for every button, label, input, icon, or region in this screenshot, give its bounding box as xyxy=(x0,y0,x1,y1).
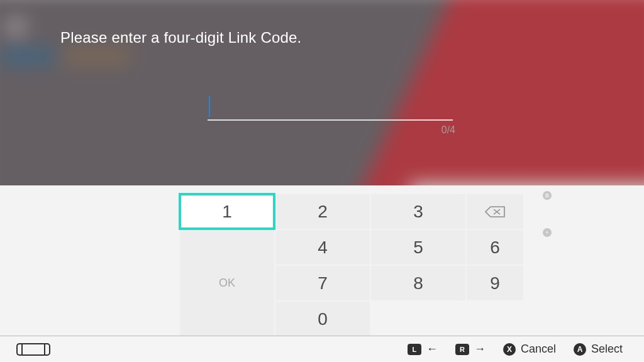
key-9[interactable]: 9 xyxy=(467,266,523,300)
key-backspace[interactable] xyxy=(467,194,523,229)
backspace-icon xyxy=(484,206,506,218)
key-7[interactable]: 7 xyxy=(275,266,370,300)
plus-hint-badge: + xyxy=(543,228,552,237)
footer-select-group[interactable]: A Select xyxy=(574,343,623,356)
key-8[interactable]: 8 xyxy=(371,266,465,300)
footer-r-group: R → xyxy=(455,343,486,356)
l-badge: L xyxy=(408,344,421,355)
b-hint-badge: B xyxy=(543,191,552,200)
key-4[interactable]: 4 xyxy=(275,230,370,265)
r-badge: R xyxy=(455,344,469,355)
key-0[interactable]: 0 xyxy=(275,302,370,336)
char-counter: 0/4 xyxy=(441,124,455,136)
x-badge: X xyxy=(503,343,516,356)
key-1[interactable]: 1 xyxy=(180,194,274,229)
input-underline xyxy=(208,119,453,121)
numeric-keypad: 1 2 3 4 5 6 OK 7 8 9 0 B + xyxy=(0,185,644,336)
key-5[interactable]: 5 xyxy=(371,230,465,265)
left-arrow-icon: ← xyxy=(426,343,438,356)
key-3[interactable]: 3 xyxy=(371,194,465,229)
key-ok[interactable]: OK xyxy=(180,230,274,336)
link-code-input[interactable]: 0/4 xyxy=(208,96,453,121)
select-label: Select xyxy=(591,343,623,356)
footer-bar: L ← R → X Cancel A Select xyxy=(0,336,644,362)
controller-icon xyxy=(21,343,45,356)
footer-l-group: L ← xyxy=(408,343,438,356)
caret xyxy=(209,96,210,117)
cancel-label: Cancel xyxy=(521,343,556,356)
footer-cancel-group[interactable]: X Cancel xyxy=(503,343,556,356)
a-badge: A xyxy=(574,343,586,356)
prompt-text: Please enter a four-digit Link Code. xyxy=(60,29,301,47)
key-6[interactable]: 6 xyxy=(467,230,523,265)
key-2[interactable]: 2 xyxy=(275,194,370,229)
right-arrow-icon: → xyxy=(474,343,486,356)
